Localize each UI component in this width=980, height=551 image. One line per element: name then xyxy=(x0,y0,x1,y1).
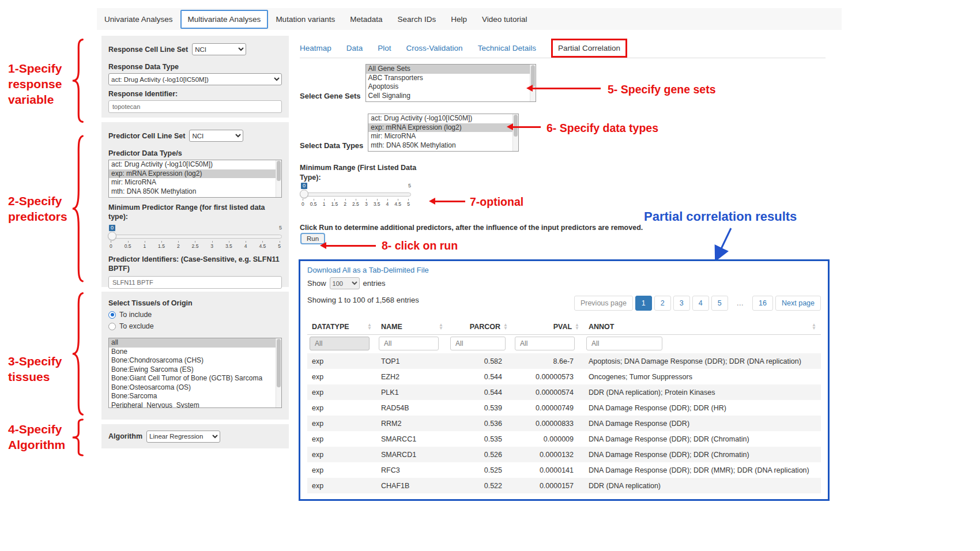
table-row[interactable]: exp EZH2 0.544 0.00000573 Oncogenes; Tum… xyxy=(307,369,821,384)
scrollbar[interactable] xyxy=(276,338,281,407)
tick-label: 2 xyxy=(177,241,180,249)
slider-handle[interactable] xyxy=(300,190,308,198)
list-item[interactable]: Bone:Giant Cell Tumor of Bone (GCTB) Sar… xyxy=(109,374,281,383)
tissue-include-radio[interactable]: To include xyxy=(108,311,282,319)
header-pval[interactable]: PVAL xyxy=(512,319,584,335)
table-row[interactable]: exp RFC3 0.525 0.0000141 DNA Damage Resp… xyxy=(307,462,821,478)
list-item[interactable]: Apoptosis xyxy=(366,82,536,92)
page-button-2[interactable]: 2 xyxy=(654,296,671,311)
response-cell-line-set-select[interactable]: NCI xyxy=(192,43,246,55)
sort-icon[interactable] xyxy=(575,323,579,330)
table-row[interactable]: exp PLK1 0.544 0.00000574 DDR (DNA repli… xyxy=(307,384,821,400)
nav-univariate-analyses[interactable]: Univariate Analyses xyxy=(97,9,180,29)
table-row[interactable]: exp TOP1 0.582 8.6e-7 Apoptosis; DNA Dam… xyxy=(307,353,821,369)
tab-partial-correlation[interactable]: Partial Correlation xyxy=(551,39,627,58)
min-predictor-range-label: Minimum Predictor Range (for first liste… xyxy=(108,203,282,222)
header-annot[interactable]: ANNOT xyxy=(584,319,821,335)
list-item[interactable]: Bone:Sarcoma xyxy=(109,392,281,401)
algorithm-select[interactable]: Linear Regression xyxy=(146,431,220,443)
list-item[interactable]: Bone:Chondrosarcoma (CHS) xyxy=(109,356,281,365)
tab-data[interactable]: Data xyxy=(346,44,363,52)
list-item[interactable]: mir: MicroRNA xyxy=(368,132,518,141)
cell-datatype: exp xyxy=(307,384,376,400)
list-item[interactable]: mth: DNA 850K Methylation xyxy=(109,187,281,197)
table-row[interactable]: exp SMARCC1 0.535 0.000009 DNA Damage Re… xyxy=(307,431,821,447)
list-item[interactable]: Cell Signaling xyxy=(366,92,536,101)
sort-icon[interactable] xyxy=(367,323,372,330)
predictor-identifiers-input[interactable] xyxy=(108,276,282,289)
response-identifier-input[interactable] xyxy=(108,100,282,113)
list-item[interactable]: exp: mRNA Expression (log2) xyxy=(109,169,281,179)
filter-parcor-input[interactable] xyxy=(450,337,506,350)
page-button-3[interactable]: 3 xyxy=(673,296,690,311)
list-item[interactable]: Bone xyxy=(109,348,281,357)
list-item[interactable]: act: Drug Activity (-log10[IC50M]) xyxy=(109,160,281,169)
cell-pval: 0.0000132 xyxy=(512,447,584,462)
list-item[interactable]: Peripheral_Nervous_System xyxy=(109,401,281,409)
filter-datatype-input[interactable] xyxy=(310,337,370,350)
page-button-1[interactable]: 1 xyxy=(635,296,652,311)
nav-search-ids[interactable]: Search IDs xyxy=(390,9,443,29)
header-datatype[interactable]: DATATYPE xyxy=(307,319,376,335)
cell-annot: DDR (DNA replication); Protein Kinases xyxy=(584,384,821,400)
nav-mutation-variants[interactable]: Mutation variants xyxy=(268,9,342,29)
scrollbar[interactable] xyxy=(512,114,518,151)
min-range-slider: 0 5 0 0.5 1 1.5 2 2.5 3 3.5 4 4.5 5 xyxy=(300,187,411,207)
table-row[interactable]: exp CHAF1B 0.522 0.0000157 DDR (DNA repl… xyxy=(307,478,821,493)
list-item[interactable]: All Gene Sets xyxy=(366,65,536,74)
list-item[interactable]: exp: mRNA Expression (log2) xyxy=(368,123,518,133)
previous-page-button[interactable]: Previous page xyxy=(574,296,633,311)
page-button-5[interactable]: 5 xyxy=(711,296,728,311)
table-row[interactable]: exp SMARCD1 0.526 0.0000132 DNA Damage R… xyxy=(307,447,821,462)
filter-pval-input[interactable] xyxy=(515,337,575,350)
header-parcor[interactable]: PARCOR xyxy=(448,319,512,335)
cell-pval: 0.0000157 xyxy=(512,478,584,493)
nav-video-tutorial[interactable]: Video tutorial xyxy=(474,9,535,29)
download-all-link[interactable]: Download All as a Tab-Delimited File xyxy=(307,266,429,274)
tab-cross-validation[interactable]: Cross-Validation xyxy=(406,44,463,52)
list-item[interactable]: Bone:Osteosarcoma (OS) xyxy=(109,383,281,393)
table-row[interactable]: exp RAD54B 0.539 0.00000749 DNA Damage R… xyxy=(307,400,821,416)
data-types-row: Select Data Types act: Drug Activity (-l… xyxy=(300,114,519,152)
next-page-button[interactable]: Next page xyxy=(775,296,821,311)
slider-handle[interactable] xyxy=(108,232,116,240)
page-button-4[interactable]: 4 xyxy=(692,296,709,311)
list-item[interactable]: mth: DNA 850K Methylation xyxy=(368,141,518,150)
list-item[interactable]: mir: MicroRNA xyxy=(109,178,281,187)
show-entries-select[interactable]: 100 xyxy=(330,277,360,289)
response-data-type-select[interactable]: act: Drug Activity (-log10[IC50M]) xyxy=(108,73,282,85)
scrollbar[interactable] xyxy=(276,160,281,197)
page-button-16[interactable]: 16 xyxy=(752,296,773,311)
tab-technical-details[interactable]: Technical Details xyxy=(478,44,536,52)
sort-icon[interactable] xyxy=(439,323,443,330)
table-row[interactable]: exp RRM2 0.536 0.00000833 DNA Damage Res… xyxy=(307,416,821,431)
list-item[interactable]: all xyxy=(109,338,281,348)
filter-name-input[interactable] xyxy=(379,337,439,350)
list-item[interactable]: ABC Transporters xyxy=(366,74,536,83)
nav-multivariate-analyses[interactable]: Multivariate Analyses xyxy=(180,10,269,29)
tab-heatmap[interactable]: Heatmap xyxy=(300,44,331,52)
response-identifier-label: Response Identifier: xyxy=(108,90,282,98)
scrollbar[interactable] xyxy=(530,65,536,101)
arrow-step7-icon xyxy=(435,201,465,202)
nav-metadata[interactable]: Metadata xyxy=(342,9,390,29)
tick-label: 5 xyxy=(278,241,281,249)
slider-track[interactable] xyxy=(300,193,411,197)
annotation-step1: 1-Specify response variable xyxy=(8,61,78,108)
list-item[interactable]: act: Drug Activity (-log10[IC50M]) xyxy=(368,114,518,123)
tissue-exclude-radio[interactable]: To exclude xyxy=(108,322,282,330)
slider-track[interactable] xyxy=(108,235,282,239)
tab-plot[interactable]: Plot xyxy=(378,44,391,52)
sort-icon[interactable] xyxy=(812,323,816,330)
header-name[interactable]: NAME xyxy=(376,319,448,335)
response-cell-line-set-label: Response Cell Line Set xyxy=(108,46,188,54)
brace-step2-icon xyxy=(69,131,85,286)
cell-annot: DNA Damage Response (DDR); DDR (HR) xyxy=(584,400,821,416)
annotation-step2: 2-Specify predictors xyxy=(8,194,78,225)
arrow-step8-icon xyxy=(326,245,376,247)
nav-help[interactable]: Help xyxy=(443,9,474,29)
filter-annot-input[interactable] xyxy=(586,337,662,350)
list-item[interactable]: Bone:Ewing Sarcoma (ES) xyxy=(109,365,281,375)
sort-icon[interactable] xyxy=(503,323,508,330)
predictor-cell-line-set-select[interactable]: NCI xyxy=(189,130,243,142)
